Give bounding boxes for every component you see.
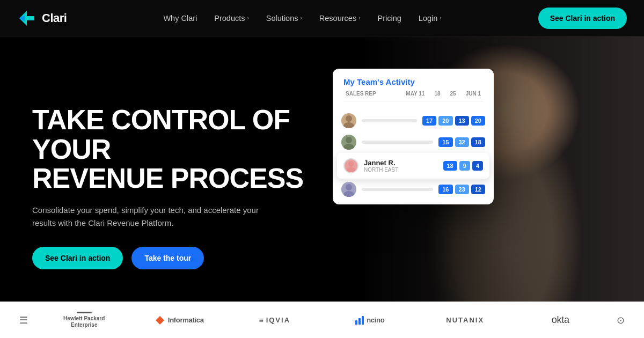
card-rows: 17 20 13 20 15 32 18 (333, 106, 494, 204)
okta-logo-text: okta (552, 314, 569, 326)
badge: 4 (472, 161, 483, 171)
row-badges: 16 23 12 (438, 185, 485, 194)
dashboard-card: My Team's Activity SALES REP MAY 11 18 2… (333, 69, 494, 204)
badge: 18 (443, 161, 457, 171)
informatica-logo-text: Informatica (168, 316, 204, 324)
badge: 23 (455, 185, 469, 194)
nutanix-logo-text: NUTANIX (446, 316, 484, 324)
nav-login[interactable]: Login › (411, 10, 449, 27)
nav-pricing[interactable]: Pricing (370, 10, 408, 27)
avatar (343, 158, 358, 173)
row-bar (362, 141, 433, 144)
hero-cta-button[interactable]: See Clari in action (32, 247, 123, 269)
products-chevron-icon: › (247, 15, 248, 21)
logo-ncino: ncino (323, 316, 418, 325)
card-header: My Team's Activity SALES REP MAY 11 18 2… (333, 69, 494, 106)
svg-point-9 (343, 191, 354, 197)
row-name-sub: NORTH EAST (364, 167, 438, 173)
svg-point-7 (346, 167, 355, 173)
svg-point-8 (346, 184, 352, 190)
badge: 13 (455, 116, 469, 126)
navbar: Clari Why Clari Products › Solutions › R… (0, 0, 644, 36)
resources-chevron-icon: › (358, 15, 360, 21)
solutions-chevron-icon: › (300, 15, 302, 21)
avatar (341, 113, 356, 128)
nav-solutions[interactable]: Solutions › (259, 10, 310, 27)
badge: 16 (438, 185, 452, 194)
svg-marker-10 (156, 316, 164, 325)
badge: 17 (422, 116, 436, 126)
badge: 20 (471, 116, 485, 126)
row-bar (362, 119, 417, 122)
logo-text: Clari (42, 11, 67, 25)
hero-headline: TAKE CONTROL OF YOUR REVENUE PROCESS (32, 105, 322, 193)
scroll-right-icon[interactable]: ⊙ (608, 314, 633, 326)
svg-point-5 (343, 144, 354, 150)
row-name: Jannet R. NORTH EAST (364, 159, 438, 173)
table-row: 16 23 12 (333, 179, 494, 200)
badge: 9 (459, 161, 470, 171)
hero-subtext: Consolidate your spend, simplify your te… (32, 204, 279, 230)
avatar (341, 182, 356, 197)
logo-nutanix: NUTANIX (418, 316, 513, 324)
avatar (341, 135, 356, 150)
col-dates: MAY 11 18 25 JUN 1 (406, 91, 481, 97)
logos-bar: ☰ Hewlett PackardEnterprise Informatica … (0, 302, 644, 338)
svg-point-6 (348, 161, 354, 166)
table-row: 17 20 13 20 (333, 110, 494, 131)
badge: 15 (438, 137, 452, 147)
hp-bar-icon (77, 312, 92, 313)
badge: 18 (471, 137, 485, 147)
svg-point-2 (346, 115, 352, 122)
row-bar (362, 188, 433, 191)
nav-resources[interactable]: Resources › (312, 10, 368, 27)
svg-point-3 (343, 122, 354, 128)
nav-products[interactable]: Products › (207, 10, 257, 27)
hero-section: TAKE CONTROL OF YOUR REVENUE PROCESS Con… (0, 36, 644, 338)
login-chevron-icon: › (440, 15, 441, 21)
hero-buttons: See Clari in action Take the tour (32, 247, 322, 269)
logo-hp: Hewlett PackardEnterprise (36, 312, 132, 328)
col-sales-rep: SALES REP (346, 91, 376, 97)
row-badges: 18 9 4 (443, 161, 484, 171)
hero-content: TAKE CONTROL OF YOUR REVENUE PROCESS Con… (0, 105, 322, 269)
badge: 12 (471, 185, 485, 194)
logo-okta: okta (513, 314, 609, 326)
table-row: 15 32 18 (333, 131, 494, 153)
menu-icon[interactable]: ☰ (11, 314, 36, 326)
nav-why-clari[interactable]: Why Clari (156, 10, 204, 27)
nav-links: Why Clari Products › Solutions › Resourc… (156, 10, 449, 27)
ncino-logo-text: ncino (367, 316, 384, 324)
card-title: My Team's Activity (343, 77, 483, 86)
logo-iqvia: ≡ IQVIA (227, 316, 323, 325)
badge: 20 (438, 116, 452, 126)
row-name-main: Jannet R. (364, 159, 438, 167)
iqvia-logo-text: IQVIA (266, 316, 290, 324)
hp-logo-text: Hewlett PackardEnterprise (63, 315, 105, 328)
svg-point-4 (346, 137, 352, 143)
table-row-highlighted: Jannet R. NORTH EAST 18 9 4 (337, 153, 489, 179)
hero-tour-button[interactable]: Take the tour (131, 247, 204, 269)
nav-cta-button[interactable]: See Clari in action (538, 8, 627, 29)
logo[interactable]: Clari (17, 9, 67, 28)
badge: 32 (455, 137, 469, 147)
row-badges: 15 32 18 (438, 137, 485, 147)
card-columns: SALES REP MAY 11 18 25 JUN 1 (343, 91, 483, 101)
logo-informatica: Informatica (132, 315, 228, 325)
row-badges: 17 20 13 20 (422, 116, 485, 126)
ncino-bars-icon (355, 316, 364, 325)
